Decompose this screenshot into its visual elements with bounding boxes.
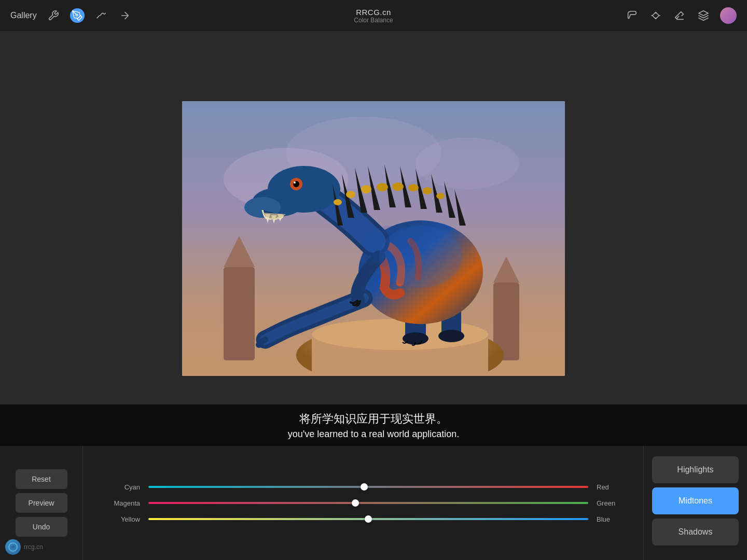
curve-icon[interactable]: [94, 8, 108, 23]
midtones-button[interactable]: Midtones: [652, 487, 739, 514]
yellow-blue-thumb[interactable]: [365, 515, 372, 523]
draw-icon[interactable]: [70, 8, 85, 23]
wrench-icon[interactable]: [46, 8, 61, 23]
red-label: Red: [597, 483, 622, 491]
layers-icon[interactable]: [696, 8, 711, 23]
eraser-icon[interactable]: [672, 8, 687, 23]
pen-nib-icon[interactable]: [648, 8, 663, 23]
blue-label: Blue: [597, 515, 622, 523]
subtitle-english: you've learned to a real world applicati…: [288, 429, 460, 440]
svg-point-45: [364, 226, 416, 267]
svg-point-36: [334, 199, 342, 205]
brush-icon[interactable]: [625, 8, 639, 23]
magenta-green-slider-row: Magenta Green: [104, 499, 622, 507]
logo-area: rrcg.cn: [5, 539, 43, 555]
site-name: RRCG.cn: [356, 8, 391, 17]
toolbar-right: [625, 7, 737, 24]
yellow-blue-slider[interactable]: [148, 518, 588, 520]
logo-icon: [5, 539, 21, 555]
svg-point-38: [361, 185, 371, 193]
svg-point-42: [423, 187, 432, 194]
toolbar-left: Gallery: [10, 8, 132, 23]
undo-button[interactable]: Undo: [16, 517, 67, 537]
magenta-label: Magenta: [104, 499, 140, 507]
magenta-green-slider[interactable]: [148, 502, 588, 504]
svg-point-40: [392, 183, 404, 191]
tone-selector-panel: Highlights Midtones Shadows: [643, 446, 747, 560]
bottom-panel: Reset Preview Undo rrcg.cn Cyan Red: [0, 446, 747, 560]
svg-point-43: [436, 193, 445, 199]
cyan-red-slider-row: Cyan Red: [104, 483, 622, 491]
cyan-red-thumb[interactable]: [361, 483, 368, 491]
left-controls: Reset Preview Undo rrcg.cn: [0, 446, 83, 560]
cyan-label: Cyan: [104, 483, 140, 491]
user-avatar[interactable]: [720, 7, 737, 24]
yellow-blue-slider-row: Yellow Blue: [104, 515, 622, 523]
highlights-button[interactable]: Highlights: [652, 456, 739, 483]
magenta-green-thumb[interactable]: [352, 499, 359, 507]
svg-point-37: [346, 191, 355, 198]
svg-point-41: [408, 184, 419, 191]
cyan-red-slider[interactable]: [148, 486, 588, 488]
subtitle-chinese: 将所学知识应用于现实世界。: [299, 411, 448, 427]
reset-button[interactable]: Reset: [16, 469, 67, 489]
svg-point-47: [11, 545, 15, 549]
canvas-area: [0, 31, 747, 446]
top-toolbar: Gallery: [0, 0, 747, 31]
artwork-canvas: [182, 101, 565, 376]
svg-point-0: [76, 14, 78, 16]
svg-point-15: [438, 330, 464, 342]
preview-button[interactable]: Preview: [16, 493, 67, 513]
svg-point-22: [294, 181, 296, 184]
gallery-button[interactable]: Gallery: [10, 11, 37, 20]
arrow-icon[interactable]: [118, 8, 132, 23]
dino-artwork: [182, 101, 565, 376]
svg-rect-5: [224, 267, 255, 360]
page-subtitle: Color Balance: [354, 17, 393, 24]
svg-point-39: [377, 183, 388, 191]
sliders-area: Cyan Red Magenta Green Yellow Blue: [83, 446, 643, 560]
toolbar-center: RRCG.cn Color Balance: [354, 8, 393, 24]
yellow-label: Yellow: [104, 515, 140, 523]
green-label: Green: [597, 499, 622, 507]
subtitle-bar: 将所学知识应用于现实世界。 you've learned to a real w…: [0, 404, 747, 446]
shadows-button[interactable]: Shadows: [652, 519, 739, 545]
logo-text: rrcg.cn: [24, 543, 43, 551]
